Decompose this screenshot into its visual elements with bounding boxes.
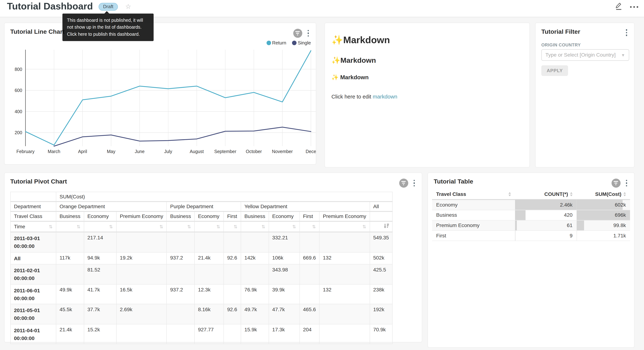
pivot-value-cell <box>56 232 84 252</box>
edit-dashboard-button[interactable] <box>615 2 622 10</box>
sort-carets-icon <box>508 192 511 196</box>
table-cell-sum: 696k <box>577 210 630 220</box>
pivot-chart-title[interactable]: Tutorial Pivot Chart <box>10 178 67 184</box>
line-chart-plot[interactable]: 200400600800FebruaryMarchAprilMayJuneJul… <box>4 48 316 155</box>
markdown-heading-3: ✨ Markdown <box>332 74 523 80</box>
origin-country-select[interactable]: Type or Select [Origin Country] ▼ <box>541 49 629 61</box>
pivot-sort-column[interactable]: ⇅ <box>224 221 241 232</box>
draft-tooltip[interactable]: This dashboard is not published, it will… <box>62 14 154 41</box>
filter-indicator-icon[interactable] <box>399 179 408 188</box>
pivot-sub-column[interactable]: Economy <box>84 212 116 221</box>
apply-button[interactable]: APPLY <box>541 65 568 76</box>
markdown-heading-1: ✨Markdown <box>332 34 523 46</box>
pivot-column-group[interactable]: All <box>370 202 392 212</box>
table-row[interactable]: Business420696k <box>432 210 630 220</box>
table-row[interactable]: Premium Economy6199.8k <box>432 220 630 231</box>
filter-title: Tutorial Filter <box>541 28 580 35</box>
origin-country-label: ORIGIN COUNTRY <box>541 42 581 47</box>
panel-tutorial-line-chart: Tutorial Line Chart Return Single 200400… <box>4 23 316 165</box>
pivot-value-cell: 106k <box>269 252 300 264</box>
pivot-sort-column[interactable]: ⇅ <box>241 221 269 232</box>
kebab-menu-icon[interactable] <box>624 179 628 187</box>
table-cell-count: 9 <box>515 230 577 241</box>
table-title[interactable]: Tutorial Table <box>434 178 473 184</box>
pivot-sub-column[interactable] <box>370 212 392 221</box>
pivot-sub-column[interactable]: Economy <box>269 212 300 221</box>
pivot-sort-column[interactable]: ⇅ <box>167 221 194 232</box>
pivot-sub-column[interactable]: First <box>224 212 241 221</box>
pivot-row-label[interactable]: 2011-03-01 00:00:00 <box>10 232 56 252</box>
pivot-value-cell: 15.9k <box>241 324 269 344</box>
pivot-row-label[interactable]: 2011-02-01 00:00:00 <box>10 264 56 284</box>
line-chart-title[interactable]: Tutorial Line Chart <box>10 28 64 35</box>
pivot-value-cell <box>300 284 319 304</box>
pivot-value-cell: 465.6 <box>300 304 319 324</box>
more-options-icon[interactable] <box>630 4 638 8</box>
pivot-row-label[interactable]: 2011-05-01 00:00:00 <box>10 304 56 324</box>
pivot-value-cell <box>116 232 167 252</box>
sort-icon: ⇅ <box>262 224 265 229</box>
data-table: Travel ClassCOUNT(*)SUM(Cost)Economy2.46… <box>432 189 630 241</box>
pivot-row-label[interactable]: All <box>10 252 56 264</box>
kebab-menu-icon[interactable] <box>412 179 416 187</box>
kebab-menu-icon[interactable] <box>624 29 628 36</box>
y-axis-label: 600 <box>15 88 22 93</box>
pivot-sort-column[interactable]: ⇅ <box>84 221 116 232</box>
table-column-header[interactable]: SUM(Cost) <box>577 189 630 200</box>
markdown-edit-link[interactable]: markdown <box>372 94 397 100</box>
pivot-sort-all-active[interactable] <box>370 221 392 232</box>
pivot-chart-actions <box>399 179 416 188</box>
pivot-sub-column[interactable]: Business <box>167 212 194 221</box>
table-column-header[interactable]: Travel Class <box>432 189 515 200</box>
legend-item-single[interactable]: Single <box>292 40 311 45</box>
legend-item-return[interactable]: Return <box>266 40 286 45</box>
panel-markdown[interactable]: ✨Markdown ✨Markdown ✨ Markdown Click her… <box>324 23 530 168</box>
sort-icon: ⇅ <box>216 224 220 229</box>
page-title[interactable]: Tutorial Dashboard <box>7 1 93 12</box>
pivot-column-group[interactable]: Orange Department <box>56 202 167 212</box>
pivot-value-cell <box>224 284 241 304</box>
pivot-sub-column[interactable]: Premium Economy <box>116 212 167 221</box>
sort-icon: ⇅ <box>76 224 80 229</box>
pivot-sub-column[interactable]: Business <box>241 212 269 221</box>
pivot-value-cell <box>194 232 224 252</box>
pivot-sort-column[interactable]: ⇅ <box>116 221 167 232</box>
pivot-sub-column[interactable]: Economy <box>194 212 224 221</box>
sort-icon: ⇅ <box>292 224 296 229</box>
x-axis-label: February <box>16 149 35 154</box>
pivot-sort-column[interactable]: ⇅ <box>300 221 319 232</box>
pivot-sort-column[interactable]: ⇅ <box>319 221 370 232</box>
pivot-row-label[interactable]: 2011-06-01 00:00:00 <box>10 284 56 304</box>
select-placeholder: Type or Select [Origin Country] <box>546 52 620 58</box>
pivot-value-cell <box>167 232 194 252</box>
table-row[interactable]: Economy2.46k602k <box>432 200 630 210</box>
pivot-sub-column[interactable]: Premium Economy <box>319 212 370 221</box>
pivot-value-cell: 15.2k <box>84 324 116 344</box>
pivot-value-cell: 19.2k <box>116 252 167 264</box>
pivot-column-group[interactable]: Yellow Department <box>241 202 370 212</box>
pivot-sort-column[interactable]: ⇅ <box>56 221 84 232</box>
pivot-row-label[interactable]: 2011-04-01 00:00:00 <box>10 324 56 344</box>
filter-indicator-icon[interactable] <box>293 29 302 38</box>
pivot-sub-column[interactable]: First <box>300 212 319 221</box>
status-badge[interactable]: Draft <box>98 3 118 11</box>
table-row[interactable]: First91.71k <box>432 230 630 241</box>
pivot-sort-column[interactable]: ⇅ <box>269 221 300 232</box>
pivot-sub-column[interactable]: Business <box>56 212 84 221</box>
sort-carets-icon <box>624 192 626 196</box>
kebab-menu-icon[interactable] <box>306 30 310 37</box>
favorite-star-icon[interactable]: ☆ <box>125 2 131 10</box>
pivot-value-cell: 47.7k <box>269 304 300 324</box>
table-cell-sum: 1.71k <box>577 230 630 241</box>
pivot-sort-column[interactable]: ⇅ <box>194 221 224 232</box>
pivot-value-cell: 217.14 <box>84 232 116 252</box>
pivot-time-header[interactable]: Time⇅ <box>10 221 56 232</box>
table-cell-label: First <box>432 230 515 241</box>
filter-indicator-icon[interactable] <box>611 179 620 188</box>
pivot-column-group[interactable]: Purple Department <box>167 202 241 212</box>
table-cell-count: 420 <box>515 210 577 220</box>
return-legend-dot <box>266 40 271 45</box>
tutorial-table: Travel ClassCOUNT(*)SUM(Cost)Economy2.46… <box>432 189 630 241</box>
panel-tutorial-pivot-chart: Tutorial Pivot Chart SUM(Cost)Department… <box>4 172 422 342</box>
table-column-header[interactable]: COUNT(*) <box>515 189 577 200</box>
